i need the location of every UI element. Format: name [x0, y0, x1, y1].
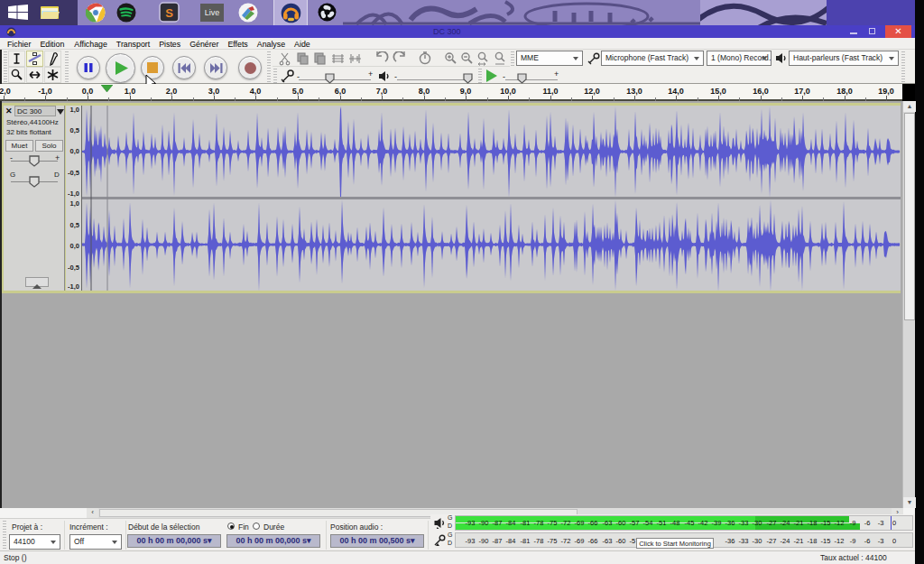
svg-text:S: S — [165, 6, 173, 20]
